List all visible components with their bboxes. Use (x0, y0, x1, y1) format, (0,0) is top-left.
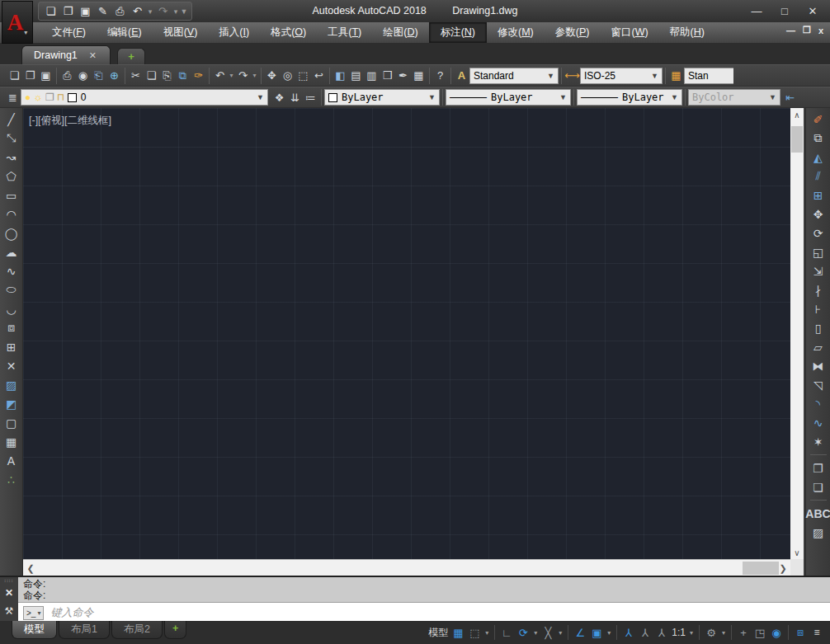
group-icon[interactable]: ∴ (2, 470, 21, 489)
explode-icon[interactable]: ✶ (809, 432, 828, 451)
array-icon[interactable]: ⊞ (809, 186, 828, 204)
new-file-icon[interactable]: ❏ (7, 67, 22, 85)
paper-model-toggle[interactable]: 模型 (427, 623, 450, 642)
polar-tracking-icon[interactable]: ⟳ (515, 623, 531, 642)
vertical-scrollbar[interactable]: ∧ ∨ (790, 108, 804, 559)
工具(T)[interactable]: 工具(T) (317, 23, 372, 42)
snap-icon[interactable]: ⬚ (466, 623, 483, 642)
zoom-realtime-icon[interactable]: ◎ (280, 67, 295, 85)
文件(F)[interactable]: 文件(F) (41, 23, 97, 42)
color-select[interactable]: ByLayer ▼ (324, 89, 440, 106)
layer-previous-icon[interactable]: ⇊ (287, 88, 303, 106)
table-style-select[interactable]: Stan (684, 68, 733, 84)
chamfer-icon[interactable]: ◹ (809, 375, 828, 394)
save-icon[interactable]: ▣ (38, 67, 54, 85)
erase-icon[interactable]: ✐ (809, 110, 828, 129)
horizontal-scroll-thumb[interactable] (743, 562, 779, 575)
undo-icon[interactable]: ↶ (129, 3, 146, 20)
otrack-icon[interactable]: ∠ (572, 623, 588, 642)
osnap-caret-icon[interactable]: ▾ (605, 623, 613, 642)
minimize-button[interactable]: — (744, 2, 769, 21)
模型[interactable]: 模型 (12, 621, 57, 639)
zoom-window-icon[interactable]: ⬚ (295, 67, 311, 85)
match-layer-icon[interactable]: ❖ (271, 88, 287, 106)
scroll-down-icon[interactable]: ∨ (790, 546, 804, 559)
blend-icon[interactable]: ∿ (809, 413, 828, 432)
isodraft-icon[interactable]: ╳ (540, 623, 556, 642)
redo-icon[interactable]: ↷ (235, 67, 251, 85)
zoom-previous-icon[interactable]: ↩ (311, 67, 327, 85)
linetype-select[interactable]: ———— ByLayer ▼ (446, 89, 571, 106)
point-icon[interactable]: ✕ (2, 356, 21, 375)
布局1[interactable]: 布局1 (59, 621, 110, 639)
ellipse-icon[interactable]: ⬭ (2, 280, 21, 299)
stretch-icon[interactable]: ⇲ (809, 261, 828, 280)
break-at-point-icon[interactable]: ▯ (809, 318, 828, 337)
cut-icon[interactable]: ✂ (128, 67, 144, 85)
viewport-controls-label[interactable]: [-][俯视][二维线框] (29, 114, 111, 128)
lineweight-select[interactable]: ———— ByLayer ▼ (577, 89, 682, 106)
construction-line-icon[interactable]: ⤡ (2, 129, 21, 148)
vertical-scroll-thumb[interactable] (791, 126, 803, 153)
hatch-to-back-icon[interactable]: ▨ (809, 523, 828, 542)
save-icon[interactable]: ▣ (77, 3, 94, 20)
窗口(W)[interactable]: 窗口(W) (600, 23, 658, 42)
编辑(E)[interactable]: 编辑(E) (97, 23, 153, 42)
qat-customize-icon[interactable]: ▼ (180, 3, 188, 20)
designcenter-icon[interactable]: ▤ (348, 67, 364, 85)
plot-icon[interactable]: ⎙ (111, 3, 129, 20)
region-icon[interactable]: ▢ (2, 413, 21, 432)
isodraft-caret-icon[interactable]: ▾ (556, 623, 564, 642)
ortho-icon[interactable]: ∟ (498, 623, 515, 642)
paste-icon[interactable]: ⎘ (159, 67, 175, 85)
publish-icon[interactable]: ⎗ (91, 67, 106, 85)
+[interactable]: + (164, 621, 186, 639)
line-icon[interactable]: ╱ (2, 110, 21, 129)
close-button[interactable]: ✕ (800, 2, 825, 21)
redo-icon[interactable]: ↷ (154, 3, 172, 20)
insert-block-icon[interactable]: ⧈ (2, 318, 21, 337)
command-close-icon[interactable]: ✕ (5, 587, 13, 599)
layer-select[interactable]: ● ☼ ❐ ⊓ 0 ▼ (21, 89, 268, 106)
gradient-icon[interactable]: ◩ (2, 394, 21, 413)
command-tools-icon[interactable]: ⚒ (5, 605, 14, 617)
redo-caret-icon[interactable]: ▾ (251, 67, 258, 85)
修改(M)[interactable]: 修改(M) (487, 23, 545, 42)
annotation-autoscale-icon[interactable]: ⅄ (637, 623, 653, 642)
标注(N)[interactable]: 标注(N) (429, 22, 487, 43)
horizontal-scrollbar[interactable]: ❮ ❯ (23, 559, 790, 576)
scroll-left-icon[interactable]: ❮ (23, 560, 38, 576)
markup-icon[interactable]: ✒ (395, 67, 411, 85)
undo-caret-icon[interactable]: ▾ (146, 3, 154, 20)
polyline-icon[interactable]: ↝ (2, 148, 21, 167)
ellipse-arc-icon[interactable]: ◡ (2, 299, 21, 318)
annotation-scale-icon[interactable]: ⅄ (653, 623, 670, 642)
extend-icon[interactable]: ⊦ (809, 299, 828, 318)
mtext-icon[interactable]: A (2, 451, 21, 470)
redo-caret-icon[interactable]: ▾ (172, 3, 180, 20)
new-file-icon[interactable]: ❏ (42, 3, 59, 20)
格式(O)[interactable]: 格式(O) (260, 23, 317, 42)
sheetset-icon[interactable]: ❒ (380, 67, 395, 85)
open-file-icon[interactable]: ❐ (22, 67, 38, 85)
视图(V)[interactable]: 视图(V) (153, 23, 209, 42)
插入(I)[interactable]: 插入(I) (208, 23, 260, 42)
tab-close-icon[interactable]: ✕ (89, 50, 97, 61)
绘图(D)[interactable]: 绘图(D) (372, 23, 428, 42)
spline-icon[interactable]: ∿ (2, 261, 21, 280)
doc-minimize-button[interactable]: — (786, 26, 795, 35)
plot-icon[interactable]: ⎙ (59, 67, 75, 85)
make-block-icon[interactable]: ⊞ (2, 337, 21, 356)
布局2[interactable]: 布局2 (111, 621, 163, 639)
move-icon[interactable]: ✥ (809, 204, 828, 223)
table-icon[interactable]: ▦ (2, 432, 21, 451)
annotation-scale-caret-icon[interactable]: ▾ (687, 623, 696, 642)
undo-icon[interactable]: ↶ (212, 67, 228, 85)
paste-special-icon[interactable]: ⧉ (175, 67, 191, 85)
join-icon[interactable]: ⧓ (809, 356, 828, 375)
break-icon[interactable]: ▱ (809, 337, 828, 356)
offset-icon[interactable]: ⫽ (809, 167, 828, 186)
fillet-icon[interactable]: ◝ (809, 394, 828, 413)
dim-style-select[interactable]: ISO-25▼ (580, 68, 663, 84)
new-tab-button[interactable]: + (117, 48, 145, 64)
